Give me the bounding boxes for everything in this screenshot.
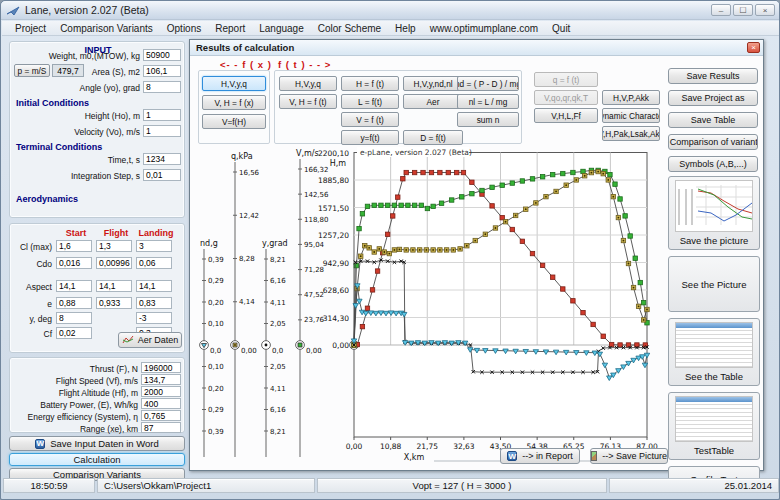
sidebar-button-comparison-of-variants[interactable]: Comparison of variants	[668, 134, 758, 150]
flight-label: Thrust (F), N	[10, 364, 138, 374]
menu-item-options[interactable]: Options	[160, 22, 208, 35]
aero-cell[interactable]: 3	[136, 240, 172, 252]
aero-cell[interactable]: -3	[136, 312, 172, 324]
aero-cell[interactable]: 0,83	[136, 297, 172, 309]
svg-text:628,60: 628,60	[323, 286, 349, 295]
results-close-button[interactable]: ×	[747, 42, 760, 53]
maximize-button[interactable]: ☐	[733, 4, 753, 16]
aer-daten-label: Aer Daten	[138, 335, 179, 345]
input-field[interactable]: 1	[143, 109, 181, 121]
aero-row-label: Cdo	[10, 259, 52, 269]
ft-button-c1r0[interactable]: H = f (t)	[341, 76, 399, 91]
input-field[interactable]: 106,1	[143, 65, 181, 77]
aero-cell[interactable]: 0,06	[136, 257, 172, 269]
input-field[interactable]: 1	[143, 125, 181, 137]
picture-icon	[591, 451, 597, 461]
menu-item-www-optimumplane-com[interactable]: www.optimumplane.com	[423, 22, 545, 35]
menu-item-report[interactable]: Report	[208, 22, 252, 35]
menu-item-help[interactable]: Help	[388, 22, 423, 35]
extra-button-c1r0[interactable]: H,V,P,Akk	[602, 90, 660, 105]
ft-button-c2r1[interactable]: Aer	[403, 94, 463, 109]
ft-button-c0r0[interactable]: H,V,y,q	[279, 76, 337, 91]
aero-cell[interactable]: 0,016	[56, 257, 92, 269]
svg-text:166,32: 166,32	[304, 166, 329, 174]
calculation-button[interactable]: Calculation	[9, 453, 185, 466]
extra-button-c1r2[interactable]: V,H,Pak,Lsak,Akk	[602, 126, 660, 141]
tile-save-the-picture[interactable]: Save the picture	[668, 176, 760, 250]
aero-cell[interactable]: 0,88	[56, 297, 92, 309]
menu-item-language[interactable]: Language	[252, 22, 311, 35]
aero-cell[interactable]: 1,6	[56, 240, 92, 252]
sidebar-button-save-table[interactable]: Save Table	[668, 112, 758, 128]
save-input-word-button[interactable]: W Save Input Daten in Word	[9, 436, 185, 451]
aer-daten-button[interactable]: Aer Daten	[118, 332, 182, 348]
ft-button-c3r1[interactable]: nl = L / mg	[457, 94, 519, 109]
flight-field[interactable]: 196000	[141, 362, 181, 373]
aero-cell[interactable]: 8	[56, 312, 92, 324]
input-field[interactable]: 8	[143, 81, 181, 93]
minimize-button[interactable]: –	[711, 4, 731, 16]
ft-button-c3r0[interactable]: nd = ( P - D ) / mg	[457, 76, 519, 91]
flight-field[interactable]: 400	[141, 398, 181, 409]
flight-field[interactable]: 2000	[141, 386, 181, 397]
extra-button-c0r2[interactable]: V,H,L,Ff	[534, 108, 598, 123]
flight-groupbox: Thrust (F), N196000Flight Speed (Vf), m/…	[9, 357, 185, 433]
sidebar-button-label: Save Project as	[681, 93, 744, 103]
svg-text:0,10: 0,10	[208, 363, 224, 371]
close-button[interactable]: ×	[755, 4, 775, 16]
input-field[interactable]: 1234	[143, 153, 181, 165]
svg-text:1257,20: 1257,20	[318, 231, 349, 240]
aero-cell[interactable]: 0,02	[56, 327, 92, 339]
sidebar-button-save-project-as[interactable]: Save Project as	[668, 90, 758, 106]
save-picture-button[interactable]: --> Save Picture	[590, 448, 668, 464]
close-icon: ×	[763, 6, 768, 15]
svg-text:e-pLane, version 2.027 (Beta): e-pLane, version 2.027 (Beta)	[360, 148, 472, 157]
flight-field[interactable]: 134,7	[141, 374, 181, 385]
results-window: Results of calculation × <- - f ( x ) f …	[189, 39, 764, 471]
svg-text:q,kPa: q,kPa	[231, 152, 253, 161]
fx-button-1[interactable]: V, H = f (x)	[202, 95, 266, 110]
fx-button-0[interactable]: H,V,y,q	[202, 76, 266, 91]
sidebar-button-save-results[interactable]: Save Results	[668, 68, 758, 84]
aero-cell[interactable]: 14,1	[136, 280, 172, 292]
table-thumbnail	[675, 322, 753, 368]
svg-text:2,05: 2,05	[270, 363, 286, 371]
flight-field[interactable]: 87	[141, 422, 181, 433]
svg-text:0,29: 0,29	[208, 406, 224, 414]
ft-button-c2r0[interactable]: H,V,y,nd,nl	[403, 76, 463, 91]
svg-text:y,grad: y,grad	[262, 239, 288, 248]
svg-text:X,km: X,km	[404, 453, 425, 462]
aero-cell[interactable]: 14,1	[56, 280, 92, 292]
aero-cell[interactable]: 14,1	[96, 280, 132, 292]
status-cell-1: C:\Users\Okkam\Project1	[97, 478, 315, 493]
aero-cell[interactable]: 0,00996	[96, 257, 132, 269]
menu-item-color-scheme[interactable]: Color Scheme	[311, 22, 388, 35]
flight-field[interactable]: 0,765	[141, 410, 181, 421]
aero-cell[interactable]: 0,933	[96, 297, 132, 309]
flight-label: Energy efficiency (System), η	[10, 412, 138, 422]
ft-button-c1r2[interactable]: V = f (t)	[341, 112, 399, 127]
menu-item-project[interactable]: Project	[8, 22, 53, 35]
section-header: Aerodynamics	[16, 194, 78, 204]
to-report-button[interactable]: W --> in Report	[500, 448, 580, 464]
tile-caption: TestTable	[694, 445, 734, 456]
tile-see-the-picture[interactable]: See the Picture	[668, 256, 760, 312]
extra-button-c1r1[interactable]: Aerodynamic Characteristics	[602, 108, 660, 123]
ft-button-c0r1[interactable]: V, H = f (t)	[279, 94, 337, 109]
menu-item-quit[interactable]: Quit	[545, 22, 577, 35]
ft-button-c1r1[interactable]: L = f(t)	[341, 94, 399, 109]
input-field[interactable]: 0,01	[143, 169, 181, 181]
app-icon	[7, 5, 20, 16]
fx-section-label: <- - f ( x )	[220, 59, 272, 70]
input-field[interactable]: 50900	[143, 49, 181, 61]
aero-cell[interactable]: 1,3	[96, 240, 132, 252]
tile-see-the-table[interactable]: See the Table	[668, 318, 760, 386]
ft-button-c3r2[interactable]: sum n	[457, 112, 519, 127]
thumbnail-chart-icon	[676, 181, 753, 232]
sidebar-button-symbols-a-b-[interactable]: Symbols (A,B,...)	[668, 156, 758, 172]
tile-testtable[interactable]: TestTable	[668, 392, 760, 460]
fx-button-2[interactable]: V=f(H)	[202, 114, 266, 129]
field-label: Area (S), m2	[10, 67, 140, 77]
ft-button-group: H,V,y,qV, H = f (t)H = f (t)L = f(t)V = …	[274, 70, 522, 144]
menu-item-comparison-variants[interactable]: Comparison Variants	[53, 22, 160, 35]
